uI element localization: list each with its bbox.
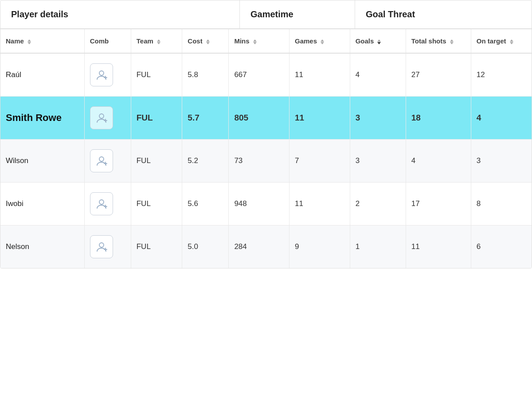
add-player-button[interactable] (90, 235, 113, 258)
sort-icon-name (27, 39, 31, 44)
mins-cell: 948 (229, 183, 289, 226)
svg-point-6 (99, 157, 104, 161)
table-row: Iwobi FUL5.6948112178 (0, 183, 532, 226)
svg-point-0 (99, 71, 104, 75)
mins-cell: 667 (229, 53, 289, 97)
add-player-button[interactable] (90, 106, 113, 129)
table-row: Smith Rowe FUL5.7805113184 (0, 97, 532, 140)
totalshots-cell: 4 (406, 140, 471, 183)
games-cell: 11 (289, 53, 350, 97)
ontarget-cell: 12 (471, 53, 532, 97)
col-header-team[interactable]: Team (131, 29, 182, 53)
table-row: Nelson FUL5.028491116 (0, 226, 532, 268)
gametime-header: Gametime (240, 0, 355, 28)
player-details-header: Player details (0, 0, 240, 28)
cost-cell: 5.0 (182, 226, 229, 268)
player-name: Iwobi (6, 199, 23, 208)
player-name-cell: Raúl (0, 53, 84, 97)
games-cell: 11 (289, 183, 350, 226)
games-cell: 9 (289, 226, 350, 268)
mins-cell: 284 (229, 226, 289, 268)
add-player-cell (84, 226, 131, 268)
sort-icon-ontarget (510, 39, 513, 44)
table-body: Raúl FUL5.86671142712Smith Rowe FUL5.780… (0, 53, 532, 268)
col-header-name[interactable]: Name (0, 29, 84, 53)
col-header-mins[interactable]: Mins (229, 29, 289, 53)
team-cell: FUL (131, 226, 182, 268)
games-cell: 7 (289, 140, 350, 183)
player-name-cell: Smith Rowe (0, 97, 84, 140)
column-headers-row: Name Comb Team Cost (0, 29, 532, 53)
add-player-cell (84, 97, 131, 140)
col-header-ontarget[interactable]: On target (471, 29, 532, 53)
add-player-cell (84, 53, 131, 97)
svg-point-12 (99, 243, 104, 247)
category-headers: Player details Gametime Goal Threat (0, 0, 532, 29)
goals-cell: 1 (350, 226, 406, 268)
cost-cell: 5.2 (182, 140, 229, 183)
mins-cell: 805 (229, 97, 289, 140)
ontarget-cell: 3 (471, 140, 532, 183)
add-player-button[interactable] (90, 63, 113, 86)
table-row: Raúl FUL5.86671142712 (0, 53, 532, 97)
player-name-cell: Iwobi (0, 183, 84, 226)
totalshots-cell: 11 (406, 226, 471, 268)
goals-cell: 3 (350, 97, 406, 140)
team-cell: FUL (131, 97, 182, 140)
col-header-comb: Comb (84, 29, 131, 53)
cost-cell: 5.7 (182, 97, 229, 140)
player-name: Raúl (6, 70, 21, 79)
svg-point-3 (99, 114, 104, 118)
sort-icon-goals (377, 39, 381, 44)
sort-icon-cost (206, 39, 210, 44)
stats-table: Player details Gametime Goal Threat Name… (0, 0, 532, 268)
team-cell: FUL (131, 183, 182, 226)
add-player-button[interactable] (90, 149, 113, 172)
col-header-cost[interactable]: Cost (182, 29, 229, 53)
add-player-button[interactable] (90, 192, 113, 215)
col-header-goals[interactable]: Goals (350, 29, 406, 53)
totalshots-cell: 27 (406, 53, 471, 97)
ontarget-cell: 6 (471, 226, 532, 268)
games-cell: 11 (289, 97, 350, 140)
goal-threat-header: Goal Threat (355, 0, 532, 28)
col-header-totalshots[interactable]: Total shots (406, 29, 471, 53)
ontarget-cell: 4 (471, 97, 532, 140)
table-row: Wilson FUL5.2737343 (0, 140, 532, 183)
player-name-cell: Wilson (0, 140, 84, 183)
player-name: Nelson (6, 242, 29, 251)
sort-icon-mins (253, 39, 257, 44)
player-name-cell: Nelson (0, 226, 84, 268)
svg-point-9 (99, 200, 104, 204)
sort-icon-games (321, 39, 324, 44)
team-cell: FUL (131, 140, 182, 183)
player-name: Smith Rowe (6, 112, 62, 123)
sort-icon-team (157, 39, 160, 44)
cost-cell: 5.8 (182, 53, 229, 97)
totalshots-cell: 18 (406, 97, 471, 140)
col-header-games[interactable]: Games (289, 29, 350, 53)
team-cell: FUL (131, 53, 182, 97)
add-player-cell (84, 140, 131, 183)
player-name: Wilson (6, 156, 28, 165)
goals-cell: 3 (350, 140, 406, 183)
sort-icon-totalshots (450, 39, 454, 44)
goals-cell: 2 (350, 183, 406, 226)
add-player-cell (84, 183, 131, 226)
cost-cell: 5.6 (182, 183, 229, 226)
mins-cell: 73 (229, 140, 289, 183)
ontarget-cell: 8 (471, 183, 532, 226)
totalshots-cell: 17 (406, 183, 471, 226)
goals-cell: 4 (350, 53, 406, 97)
